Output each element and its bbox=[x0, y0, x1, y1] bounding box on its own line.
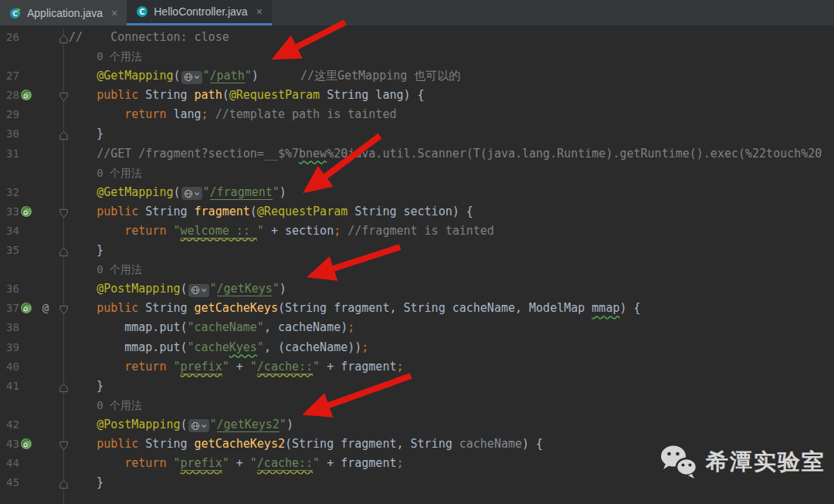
spring-bean-gutter-icon[interactable] bbox=[20, 438, 32, 450]
mapping-url-inlay-globe-icon[interactable] bbox=[181, 71, 202, 84]
code-line[interactable]: @PostMapping("/getKeys") bbox=[69, 279, 286, 299]
line-number: 41 bbox=[6, 377, 19, 396]
svg-text:C: C bbox=[140, 8, 145, 16]
line-number: 31 bbox=[6, 144, 19, 164]
code-row: 38 mmap.put("cacheName", cacheName); bbox=[0, 318, 834, 337]
code-row: 39 mmap.put("cacheKyes", (cacheName)); bbox=[0, 338, 834, 357]
code-line[interactable]: public String getCacheKeys(String fragme… bbox=[69, 299, 641, 318]
usages-inlay-hint[interactable]: 0 个用法 bbox=[69, 164, 142, 183]
svg-text:C: C bbox=[12, 10, 18, 18]
line-number: 32 bbox=[6, 183, 19, 202]
code-row: 27 @GetMapping("/path") //这里GetMapping 也… bbox=[0, 66, 834, 86]
fold-end-icon[interactable] bbox=[59, 478, 69, 488]
code-row: 29 return lang; //template path is taint… bbox=[0, 105, 834, 124]
line-number: 37 bbox=[6, 299, 19, 318]
line-number: 38 bbox=[6, 318, 19, 337]
line-number: 40 bbox=[6, 357, 19, 377]
code-line[interactable]: mmap.put("cacheKyes", (cacheName)); bbox=[69, 338, 368, 357]
inlay-hint-row: 0 个用法 bbox=[0, 47, 834, 66]
code-row: 30 } bbox=[0, 124, 834, 144]
code-row: 31 //GET /fragment?section=__$%7bnew%20j… bbox=[0, 144, 834, 164]
java-class-icon: C bbox=[136, 5, 148, 18]
code-line[interactable]: mmap.put("cacheName", cacheName); bbox=[69, 318, 354, 337]
code-row: 40 return "prefix" + "/cache::" + fragme… bbox=[0, 357, 834, 377]
line-number: 29 bbox=[6, 105, 19, 124]
code-line[interactable]: public String path(@RequestParam String … bbox=[69, 86, 425, 105]
code-row: 33 public String fragment(@RequestParam … bbox=[0, 202, 834, 222]
watermark: 希潭实验室 bbox=[658, 444, 826, 481]
line-number: 45 bbox=[6, 473, 19, 492]
code-line[interactable]: public String getCacheKeys2(String fragm… bbox=[69, 435, 543, 454]
code-line[interactable]: public String fragment(@RequestParam Str… bbox=[69, 202, 473, 222]
usages-inlay-hint[interactable]: 0 个用法 bbox=[69, 396, 142, 415]
usages-inlay-hint[interactable]: 0 个用法 bbox=[69, 47, 142, 66]
line-number: 43 bbox=[6, 435, 19, 454]
code-line[interactable]: @GetMapping("/path") //这里GetMapping 也可以的 bbox=[69, 66, 460, 86]
annotation-gutter-icon[interactable]: @ bbox=[39, 302, 52, 314]
mapping-url-inlay-globe-icon[interactable] bbox=[181, 187, 202, 200]
code-line[interactable]: return "welcome :: " + section; //fragme… bbox=[69, 222, 494, 241]
inlay-hint-row: 0 个用法 bbox=[0, 260, 834, 279]
code-line[interactable]: } bbox=[69, 377, 103, 396]
line-number: 36 bbox=[6, 279, 19, 299]
line-number: 33 bbox=[6, 202, 19, 222]
code-row: 35 } bbox=[0, 241, 834, 260]
fold-start-icon[interactable] bbox=[59, 303, 69, 313]
line-number: 27 bbox=[6, 66, 19, 86]
spring-bean-gutter-icon[interactable] bbox=[20, 89, 32, 101]
code-row: 42 @PostMapping("/getKeys2") bbox=[0, 415, 834, 435]
inlay-hint-row: 0 个用法 bbox=[0, 396, 834, 415]
fold-end-icon[interactable] bbox=[59, 32, 69, 42]
close-icon[interactable]: × bbox=[111, 7, 117, 19]
fold-start-icon[interactable] bbox=[59, 207, 69, 217]
ide-window: C Application.java × C HelloController.j… bbox=[0, 0, 834, 504]
line-number: 42 bbox=[6, 415, 19, 435]
tab-hellocontroller-java[interactable]: C HelloController.java × bbox=[127, 0, 272, 25]
usages-inlay-hint[interactable]: 0 个用法 bbox=[69, 260, 142, 279]
fold-start-icon[interactable] bbox=[59, 439, 69, 449]
wechat-icon bbox=[658, 444, 698, 481]
tab-application-java[interactable]: C Application.java × bbox=[0, 0, 127, 25]
code-line[interactable]: } bbox=[69, 473, 103, 492]
code-line[interactable]: return "prefix" + "/cache::" + fragment; bbox=[69, 357, 404, 377]
watermark-text: 希潭实验室 bbox=[706, 447, 826, 478]
code-line[interactable]: return lang; //template path is tainted bbox=[69, 105, 396, 124]
editor-tab-bar: C Application.java × C HelloController.j… bbox=[0, 0, 834, 25]
code-row: 28 public String path(@RequestParam Stri… bbox=[0, 86, 834, 105]
tab-label: Application.java bbox=[27, 7, 103, 19]
spring-boot-run-icon: C bbox=[9, 7, 22, 19]
line-number: 44 bbox=[6, 454, 19, 473]
tab-label: HelloController.java bbox=[154, 5, 247, 18]
code-row: 41 } bbox=[0, 377, 834, 396]
line-number: 28 bbox=[6, 86, 19, 105]
spring-bean-gutter-icon[interactable] bbox=[20, 205, 32, 218]
code-line[interactable]: } bbox=[69, 124, 103, 144]
spring-bean-gutter-icon[interactable] bbox=[20, 302, 32, 314]
code-editor[interactable]: 26// Connection: close 0 个用法27 @GetMappi… bbox=[0, 28, 834, 492]
code-row: 37@ public String getCacheKeys(String fr… bbox=[0, 299, 834, 318]
fold-end-icon[interactable] bbox=[59, 381, 69, 391]
close-icon[interactable]: × bbox=[256, 5, 263, 18]
code-row: 26// Connection: close bbox=[0, 28, 834, 47]
code-line[interactable]: return "prefix" + "/cache::" + fragment; bbox=[69, 454, 404, 473]
inlay-hint-row: 0 个用法 bbox=[0, 164, 834, 183]
code-row: 34 return "welcome :: " + section; //fra… bbox=[0, 222, 834, 241]
code-line[interactable]: } bbox=[69, 241, 103, 260]
code-line[interactable]: //GET /fragment?section=__$%7bnew%20java… bbox=[69, 144, 822, 164]
line-number: 30 bbox=[6, 124, 19, 144]
mapping-url-inlay-globe-icon[interactable] bbox=[188, 284, 209, 297]
fold-end-icon[interactable] bbox=[59, 129, 69, 139]
code-line[interactable]: @GetMapping("/fragment") bbox=[69, 183, 286, 202]
line-number: 35 bbox=[6, 241, 19, 260]
code-line[interactable]: // Connection: close bbox=[69, 28, 229, 47]
code-row: 36 @PostMapping("/getKeys") bbox=[0, 279, 834, 299]
code-row: 32 @GetMapping("/fragment") bbox=[0, 183, 834, 202]
code-line[interactable]: @PostMapping("/getKeys2") bbox=[69, 415, 293, 435]
mapping-url-inlay-globe-icon[interactable] bbox=[188, 419, 209, 432]
line-number: 34 bbox=[6, 222, 19, 241]
fold-start-icon[interactable] bbox=[59, 90, 69, 100]
fold-end-icon[interactable] bbox=[59, 245, 69, 255]
line-number: 39 bbox=[6, 338, 19, 357]
line-number: 26 bbox=[6, 28, 19, 47]
